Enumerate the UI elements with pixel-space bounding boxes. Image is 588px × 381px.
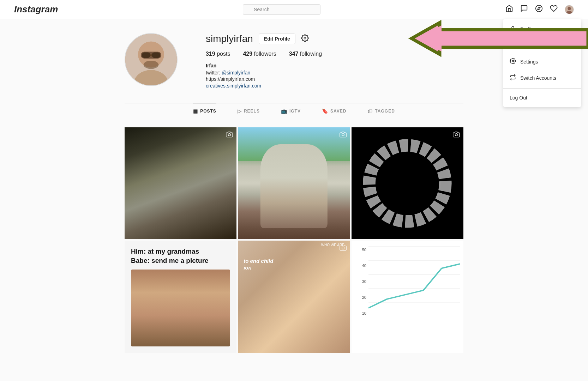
dropdown-saved-label: Saved: [520, 43, 534, 48]
post-thumb-3[interactable]: [352, 127, 463, 239]
meme-text: Him: at my grandmas Babe: send me a pict…: [131, 247, 209, 265]
search-wrapper: 🔍: [243, 4, 320, 15]
chart-y-20: 20: [362, 295, 366, 300]
posts-tab-icon: ▦: [193, 108, 198, 114]
following-label: following: [300, 51, 322, 57]
profile-bio-line2: https://simplyirfan.com: [206, 76, 463, 82]
dropdown-logout[interactable]: Log Out: [503, 91, 581, 105]
svg-point-25: [342, 247, 344, 249]
tab-posts[interactable]: ▦ POSTS: [193, 103, 216, 119]
followers-stat[interactable]: 429 followers: [243, 51, 276, 57]
chart-y-50: 50: [362, 248, 366, 252]
followers-count: 429: [243, 51, 252, 57]
post-camera-icon-5: [340, 244, 347, 253]
username-row: simplyirfan Edit Profile: [206, 33, 463, 44]
post-thumb-2[interactable]: [238, 127, 350, 239]
chart-y-10: 10: [362, 311, 366, 315]
tab-saved[interactable]: 🔖 SAVED: [322, 103, 346, 119]
dropdown-profile[interactable]: Profile: [503, 21, 581, 37]
svg-rect-14: [152, 53, 160, 58]
heart-icon[interactable]: [550, 5, 558, 14]
chart-y-40: 40: [362, 264, 366, 268]
reels-tab-icon: ▷: [238, 108, 242, 114]
tab-saved-label: SAVED: [330, 109, 346, 114]
post5-text2: ion: [244, 265, 252, 271]
posts-count: 319: [206, 51, 215, 57]
tab-tagged[interactable]: 🏷 TAGGED: [367, 103, 395, 119]
svg-point-19: [228, 134, 231, 136]
svg-point-20: [342, 134, 344, 136]
post5-text1: to end child: [244, 258, 273, 264]
following-count: 347: [289, 51, 299, 57]
posts-label: posts: [217, 51, 230, 57]
profile-info: simplyirfan Edit Profile 319 posts 429 f…: [206, 33, 463, 89]
chart-svg: [368, 246, 460, 317]
top-nav: Instagram 🔍 Profile: [0, 0, 588, 19]
profile-icon: [510, 25, 516, 33]
gear-icon[interactable]: [301, 34, 309, 44]
saved-tab-icon: 🔖: [322, 108, 328, 114]
switch-icon: [510, 74, 516, 82]
svg-point-23: [387, 167, 428, 200]
profile-header: simplyirfan Edit Profile 319 posts 429 f…: [125, 33, 463, 103]
profile-name: Irfan: [206, 63, 463, 68]
post-thumb-4[interactable]: Him: at my grandmas Babe: send me a pict…: [125, 241, 236, 352]
tab-posts-label: POSTS: [200, 109, 216, 114]
post-thumb-6[interactable]: 50 40 30 20 10: [352, 241, 463, 352]
profile-website-link[interactable]: creatives.simplyirfan.com: [206, 83, 261, 89]
saved-icon: [510, 42, 516, 49]
svg-point-0: [536, 5, 542, 11]
twitter-link[interactable]: @simplyirfan: [222, 70, 250, 75]
profile-stats: 319 posts 429 followers 347 following: [206, 51, 463, 57]
dropdown-divider: [503, 88, 581, 89]
post-camera-icon-1: [226, 131, 233, 140]
instagram-logo: Instagram: [14, 4, 58, 15]
tab-reels-label: REELS: [244, 109, 260, 114]
tab-reels[interactable]: ▷ REELS: [238, 103, 260, 119]
following-stat[interactable]: 347 following: [289, 51, 322, 57]
tab-tagged-label: TAGGED: [375, 109, 395, 114]
post-thumb-1[interactable]: [125, 127, 236, 239]
edit-profile-button[interactable]: Edit Profile: [259, 34, 295, 44]
svg-point-3: [568, 7, 571, 10]
dropdown-logout-label: Log Out: [510, 95, 527, 101]
tagged-tab-icon: 🏷: [367, 108, 373, 114]
svg-point-18: [304, 37, 306, 39]
profile-avatar-nav[interactable]: [565, 5, 574, 14]
svg-point-5: [512, 26, 514, 29]
dropdown-saved[interactable]: Saved: [503, 37, 581, 54]
profile-bio-line1: twitter: @simplyirfan: [206, 70, 463, 75]
chart-y-30: 30: [362, 279, 366, 284]
post-camera-icon-3: [453, 131, 460, 140]
svg-rect-13: [142, 53, 150, 58]
search-input[interactable]: [243, 4, 320, 15]
dropdown-profile-label: Profile: [520, 26, 534, 32]
tab-igtv[interactable]: 📺 IGTV: [281, 103, 301, 119]
dropdown-switch-accounts[interactable]: Switch Accounts: [503, 70, 581, 86]
dropdown-settings[interactable]: Settings: [503, 54, 581, 70]
post-camera-icon-2: [340, 131, 347, 140]
igtv-tab-icon: 📺: [281, 108, 287, 114]
post-thumb-5[interactable]: to end child ion WHO WE ARE: [238, 241, 350, 352]
dropdown-settings-label: Settings: [520, 59, 538, 65]
profile-avatar: [125, 33, 178, 86]
home-icon[interactable]: [505, 5, 513, 14]
posts-stat[interactable]: 319 posts: [206, 51, 230, 57]
meme-line1: Him: at my grandmas: [131, 248, 199, 255]
svg-point-16: [144, 61, 159, 69]
username: simplyirfan: [206, 33, 253, 44]
explore-icon[interactable]: [535, 5, 543, 14]
messenger-icon[interactable]: [520, 5, 528, 14]
dropdown-switch-label: Switch Accounts: [520, 75, 556, 81]
svg-marker-1: [538, 7, 540, 10]
profile-tabs: ▦ POSTS ▷ REELS 📺 IGTV 🔖 SAVED 🏷 TAGGED: [125, 103, 463, 119]
profile-dropdown: Profile Saved Settings Switch Accounts L…: [503, 19, 581, 107]
meme-line2: Babe: send me a picture: [131, 257, 209, 264]
settings-icon: [510, 58, 516, 66]
profile-container: simplyirfan Edit Profile 319 posts 429 f…: [118, 19, 470, 353]
tab-igtv-label: IGTV: [289, 109, 301, 114]
svg-point-6: [512, 60, 514, 62]
svg-rect-15: [150, 54, 152, 56]
followers-label: followers: [254, 51, 276, 57]
ring-svg: [362, 139, 452, 228]
